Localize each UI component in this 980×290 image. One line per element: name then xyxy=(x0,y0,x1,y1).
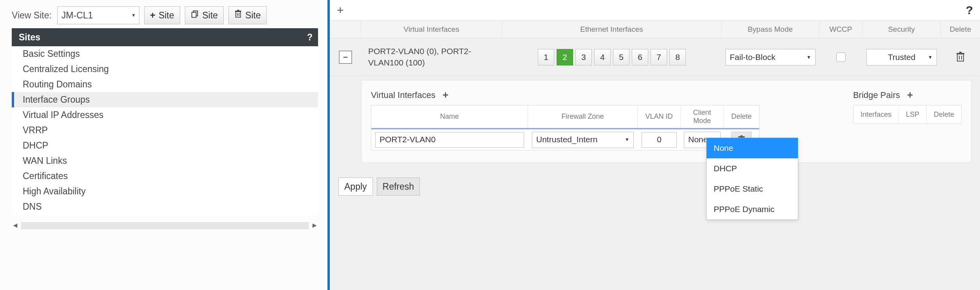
sidebar-item-centralized-licensing[interactable]: Centralized Licensing xyxy=(12,62,318,77)
clone-site-button[interactable]: Site xyxy=(185,6,224,24)
vi-col-zone: Firewall Zone xyxy=(528,105,638,128)
sidebar-item-basic-settings[interactable]: Basic Settings xyxy=(12,46,318,62)
sidebar-item-high-availability[interactable]: High Availability xyxy=(12,184,318,199)
copy-icon xyxy=(191,10,199,21)
scroll-track[interactable] xyxy=(21,222,309,229)
col-bypass-mode: Bypass Mode xyxy=(721,21,819,38)
add-site-label: Site xyxy=(159,10,174,21)
scroll-left-icon[interactable]: ◄ xyxy=(12,221,19,230)
firewall-zone-value: Untrusted_Intern xyxy=(536,135,597,144)
ethernet-port-3[interactable]: 3 xyxy=(575,49,592,65)
ethernet-buttons: 12345678 xyxy=(538,49,686,65)
clone-site-label: Site xyxy=(203,10,218,21)
chevron-down-icon: ▼ xyxy=(131,13,136,18)
vlan-id-input[interactable]: 0 xyxy=(642,132,677,148)
add-virtual-interface-button[interactable]: + xyxy=(443,89,448,101)
add-interface-group-button[interactable]: + xyxy=(337,4,344,17)
sidebar-item-certificates[interactable]: Certificates xyxy=(12,169,318,184)
col-virtual-interfaces: Virtual Interfaces xyxy=(361,21,502,38)
svg-rect-4 xyxy=(237,10,239,11)
client-mode-option-pppoe-static[interactable]: PPPoE Static xyxy=(707,179,798,199)
sidebar-item-virtual-ip-addresses[interactable]: Virtual IP Addresses xyxy=(12,107,318,123)
sidebar-item-wan-links[interactable]: WAN Links xyxy=(12,153,318,169)
security-value: Trusted xyxy=(888,53,915,62)
ethernet-port-2[interactable]: 2 xyxy=(557,49,573,65)
add-site-button[interactable]: + Site xyxy=(144,6,180,24)
refresh-label: Refresh xyxy=(383,181,414,192)
apply-label: Apply xyxy=(344,181,367,192)
bridge-section-title: Bridge Pairs xyxy=(853,90,900,100)
client-mode-option-pppoe-dynamic[interactable]: PPPoE Dynamic xyxy=(707,199,798,219)
svg-rect-2 xyxy=(236,12,241,17)
chevron-down-icon: ▼ xyxy=(928,54,933,60)
bypass-mode-select[interactable]: Fail-to-Block ▼ xyxy=(725,49,815,65)
svg-rect-9 xyxy=(959,52,962,53)
interface-group-row: − PORT2-VLAN0 (0), PORT2-VLAN100 (100) 1… xyxy=(330,38,980,76)
bridge-table-header: Interfaces LSP Delete xyxy=(853,105,962,124)
expand-toggle[interactable]: − xyxy=(339,51,352,64)
ethernet-port-7[interactable]: 7 xyxy=(651,49,667,65)
col-delete: Delete xyxy=(941,21,980,38)
horizontal-scrollbar[interactable]: ◄ ► xyxy=(12,221,318,230)
left-panel: View Site: JM-CL1 ▼ + Site Site Site xyxy=(0,0,327,290)
help-icon[interactable]: ? xyxy=(307,32,313,43)
ethernet-port-4[interactable]: 4 xyxy=(594,49,611,65)
ethernet-port-6[interactable]: 6 xyxy=(632,49,648,65)
help-icon[interactable]: ? xyxy=(966,4,973,17)
columns-header: Virtual Interfaces Ethernet Interfaces B… xyxy=(330,20,980,38)
bridge-col-interfaces: Interfaces xyxy=(853,105,899,123)
client-mode-option-dhcp[interactable]: DHCP xyxy=(707,158,798,179)
sidebar-item-routing-domains[interactable]: Routing Domains xyxy=(12,77,318,92)
virtual-interfaces-section: Virtual Interfaces + Name Firewall Zone … xyxy=(371,89,759,150)
sidebar-item-dns[interactable]: DNS xyxy=(12,199,318,214)
col-security: Security xyxy=(862,21,941,38)
scroll-right-icon[interactable]: ► xyxy=(311,221,318,230)
client-mode-value: None xyxy=(688,135,708,144)
sites-header: Sites ? xyxy=(12,28,318,46)
client-mode-dropdown[interactable]: NoneDHCPPPPoE StaticPPPoE Dynamic xyxy=(706,138,798,220)
vi-table: Name Firewall Zone VLAN ID Client Mode D… xyxy=(371,105,759,150)
bypass-mode-value: Fail-to-Block xyxy=(730,53,776,62)
bridge-pairs-section: Bridge Pairs + Interfaces LSP Delete xyxy=(853,89,962,150)
view-site-selected: JM-CL1 xyxy=(61,10,93,21)
svg-rect-8 xyxy=(956,53,964,54)
ethernet-port-1[interactable]: 1 xyxy=(538,49,554,65)
firewall-zone-select[interactable]: Untrusted_Intern ▼ xyxy=(532,132,634,148)
svg-rect-7 xyxy=(957,54,964,61)
vi-name-input[interactable]: PORT2-VLAN0 xyxy=(375,132,524,148)
svg-rect-14 xyxy=(741,135,743,136)
chevron-down-icon: ▼ xyxy=(806,54,811,60)
client-mode-option-none[interactable]: None xyxy=(707,138,798,158)
svg-rect-3 xyxy=(235,11,241,11)
vi-name-value: PORT2-VLAN0 xyxy=(380,135,436,144)
wccp-checkbox[interactable] xyxy=(836,53,846,62)
vi-section-title: Virtual Interfaces xyxy=(371,90,436,100)
sidebar-item-vrrp[interactable]: VRRP xyxy=(12,123,318,138)
col-expand xyxy=(330,21,361,38)
vi-col-vlan: VLAN ID xyxy=(638,105,681,128)
sidebar-item-interface-groups[interactable]: Interface Groups xyxy=(12,92,318,107)
vi-col-delete: Delete xyxy=(724,105,759,128)
vlan-id-value: 0 xyxy=(657,135,662,144)
apply-button[interactable]: Apply xyxy=(338,178,373,196)
ethernet-port-8[interactable]: 8 xyxy=(669,49,686,65)
delete-row-button[interactable] xyxy=(955,51,966,63)
svg-rect-13 xyxy=(738,136,745,137)
vi-col-client-mode: Client Mode xyxy=(681,105,724,128)
security-select[interactable]: Trusted ▼ xyxy=(866,49,937,65)
add-bridge-pair-button[interactable]: + xyxy=(907,89,913,101)
bridge-col-lsp: LSP xyxy=(899,105,927,123)
sidebar-item-dhcp[interactable]: DHCP xyxy=(12,138,318,153)
nav-list: Basic SettingsCentralized LicensingRouti… xyxy=(12,46,318,214)
col-ethernet-interfaces: Ethernet Interfaces xyxy=(502,21,721,38)
chevron-down-icon: ▼ xyxy=(625,137,629,143)
col-wccp: WCCP xyxy=(819,21,862,38)
vi-summary: PORT2-VLAN0 (0), PORT2-VLAN100 (100) xyxy=(365,44,498,70)
view-site-select[interactable]: JM-CL1 ▼ xyxy=(57,6,139,24)
delete-site-button[interactable]: Site xyxy=(228,6,267,24)
view-site-label: View Site: xyxy=(12,10,52,21)
refresh-button[interactable]: Refresh xyxy=(377,178,420,196)
vi-col-name: Name xyxy=(371,105,528,128)
sites-header-label: Sites xyxy=(19,32,40,43)
ethernet-port-5[interactable]: 5 xyxy=(613,49,629,65)
